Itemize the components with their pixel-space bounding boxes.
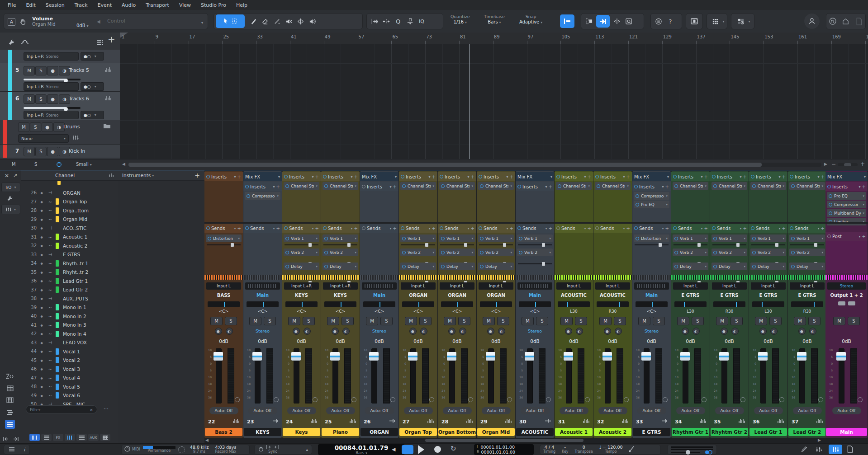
fader-handle[interactable]: [758, 352, 768, 361]
track-io-chip[interactable]: Inp L+RStereo: [24, 111, 79, 119]
strip-name-tab[interactable]: Keys: [283, 428, 320, 436]
stop-button[interactable]: [402, 445, 413, 454]
quantize-q-button[interactable]: Q: [392, 15, 404, 27]
strip-29[interactable]: Inserts▾+Channel Strip▾Sends▾+Verb 1▾Ver…: [477, 171, 515, 438]
caret-icon[interactable]: ▾: [429, 175, 431, 179]
wave-meter-icon[interactable]: [466, 418, 473, 425]
volume-value[interactable]: 0dB: [788, 338, 826, 344]
piano-view-icon[interactable]: [5, 395, 15, 404]
channel-filter-input[interactable]: Filter ×: [26, 405, 97, 413]
device-caret-icon[interactable]: ▾: [783, 237, 784, 240]
solo-button[interactable]: S: [35, 147, 47, 156]
monitor-button[interactable]: ◐: [342, 328, 350, 335]
strips-scroll-left-icon[interactable]: ◀: [205, 438, 209, 442]
channel-name[interactable]: Organ Top: [63, 199, 87, 204]
output-row[interactable]: Main: [633, 291, 670, 299]
fader-handle[interactable]: [602, 352, 612, 361]
hand-tool-icon[interactable]: [17, 16, 28, 28]
add-icon[interactable]: +: [862, 234, 866, 239]
mixfx-header[interactable]: Mix FX▾: [360, 172, 398, 181]
add-icon[interactable]: +: [588, 226, 591, 231]
caret-icon[interactable]: ▾: [468, 226, 470, 230]
monitor-button[interactable]: ◐: [459, 328, 466, 335]
mixfx-header[interactable]: Mix FX▾: [516, 172, 554, 181]
detach-console-icon[interactable]: ↗: [13, 173, 17, 178]
device-chip[interactable]: Verb 1▾: [789, 235, 825, 242]
fader-handle[interactable]: [797, 352, 806, 361]
solo-button[interactable]: S: [614, 317, 626, 325]
mute-button[interactable]: M: [405, 317, 417, 325]
automation-mode-chip[interactable]: Auto: Off: [404, 407, 433, 414]
device-caret-icon[interactable]: ▾: [432, 251, 434, 254]
zoom-slider-thumb[interactable]: [844, 163, 851, 166]
channel-row-33[interactable]: 33●⊣E GTRS: [21, 250, 118, 259]
device-caret-icon[interactable]: ▾: [471, 184, 473, 188]
channel-row-48[interactable]: 48●∼Vocal 5: [21, 382, 118, 391]
channel-sort-icon[interactable]: [109, 173, 114, 178]
device-caret-icon[interactable]: ▾: [238, 237, 240, 240]
record-arm-button[interactable]: ●: [682, 328, 689, 335]
input-row[interactable]: Input L: [206, 282, 241, 290]
solo-button[interactable]: S: [575, 317, 587, 325]
device-caret-icon[interactable]: ▾: [510, 184, 512, 188]
channel-row-37[interactable]: 37●∼Lead Gtr 2: [21, 286, 118, 294]
strip-30[interactable]: Mix FX▾Inserts▾+Sends▾+Verb 1▾Verb 2▾Mai…: [516, 171, 554, 438]
solo-button[interactable]: S: [692, 317, 704, 325]
automation-mode-chip[interactable]: Auto: Off: [676, 407, 705, 414]
solo-button[interactable]: S: [303, 317, 315, 325]
add-icon[interactable]: +: [704, 226, 708, 231]
solo-button[interactable]: S: [342, 317, 354, 325]
automation-mode-chip[interactable]: Auto: Off: [715, 407, 744, 414]
caret-icon[interactable]: ▾: [779, 226, 781, 230]
caret-icon[interactable]: ▾: [740, 226, 742, 230]
wave-meter-icon[interactable]: [233, 418, 239, 425]
record-arm-button[interactable]: ●: [565, 328, 572, 335]
device-caret-icon[interactable]: ▾: [549, 237, 551, 240]
sends-header[interactable]: Sends▾+: [321, 224, 360, 233]
device-chip[interactable]: Delay▾: [439, 263, 475, 270]
sends-header[interactable]: Sends▾+: [438, 224, 476, 233]
device-caret-icon[interactable]: ▾: [783, 251, 784, 254]
range-tool-icon[interactable]: [247, 15, 259, 27]
add-icon[interactable]: +: [237, 226, 241, 231]
strip-34[interactable]: Inserts▾+Channel Strip▾Sends▾+Verb 1▾Ver…: [671, 171, 710, 438]
channel-name[interactable]: Mono In 2: [63, 314, 86, 319]
post-header[interactable]: Post▾+: [825, 232, 868, 241]
input-row[interactable]: Input L: [790, 282, 825, 290]
autoscroll-button[interactable]: [596, 15, 610, 28]
caret-icon[interactable]: ▾: [234, 175, 236, 179]
home-icon[interactable]: [840, 15, 852, 27]
input-row[interactable]: Input L+R: [323, 282, 358, 290]
user-profile-button[interactable]: [804, 14, 820, 29]
quantize-value-dropdown[interactable]: Quantize 1/16▾: [447, 14, 474, 25]
add-icon[interactable]: +: [510, 174, 513, 179]
strip-name-tab[interactable]: Acoustic 1: [555, 428, 593, 436]
device-chip[interactable]: Verb 1▾: [517, 235, 553, 242]
sends-header[interactable]: Sends▾+: [555, 224, 593, 233]
device-chip[interactable]: Channel Strip▾: [750, 182, 786, 190]
pan-slider[interactable]: [713, 301, 745, 307]
filter-options-icon[interactable]: ⋯: [104, 406, 109, 412]
mute-button[interactable]: M: [210, 317, 223, 325]
sync-cloud-icon[interactable]: [827, 15, 839, 27]
output-row[interactable]: ORGAN: [400, 291, 436, 299]
device-caret-icon[interactable]: ▾: [510, 237, 512, 240]
device-caret-icon[interactable]: ▾: [705, 251, 707, 254]
wave-meter-icon[interactable]: [311, 418, 317, 425]
volume-value[interactable]: 0dB: [243, 338, 282, 344]
send-slider-handle[interactable]: [231, 243, 234, 247]
channel-strip-toggle[interactable]: ▾: [1, 205, 20, 214]
channel-row-35[interactable]: 35●∼Rhyht..tr 2: [21, 268, 118, 277]
channel-name[interactable]: LEAD VOX: [63, 340, 87, 345]
channel-name[interactable]: Lead Gtr 1: [63, 278, 88, 284]
add-icon[interactable]: +: [471, 174, 474, 179]
device-caret-icon[interactable]: ▾: [705, 237, 707, 240]
device-caret-icon[interactable]: ▾: [744, 265, 745, 268]
cue-mix-icon[interactable]: [705, 450, 713, 455]
channel-name[interactable]: AUX..PUTS: [63, 296, 88, 301]
panel-left-icon[interactable]: [583, 15, 595, 27]
snap-toggle-button[interactable]: [560, 14, 574, 28]
track-row-partial[interactable]: Inp L+RStereo ●○▾: [0, 50, 120, 63]
strip-name-tab[interactable]: Piano: [322, 428, 359, 436]
input-row[interactable]: Input L: [440, 282, 474, 290]
